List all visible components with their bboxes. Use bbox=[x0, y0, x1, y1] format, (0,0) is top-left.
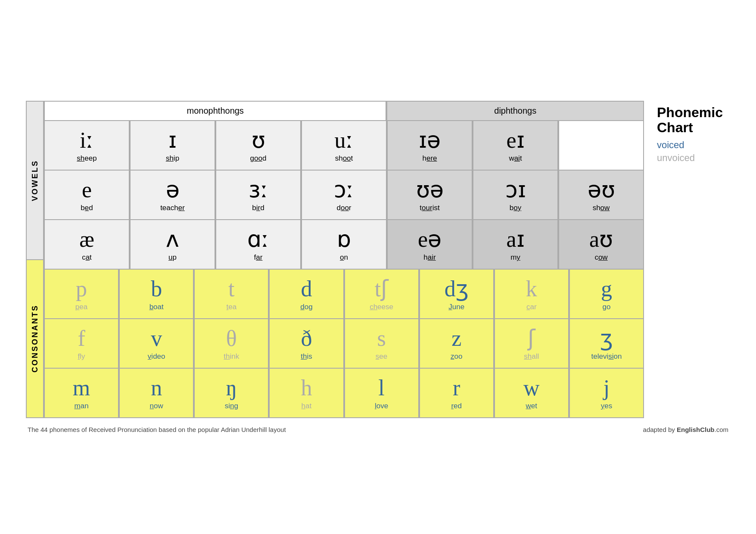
consonant-cell-0-2: ttea bbox=[194, 270, 269, 319]
vowel-cell-2-6: aʊcow bbox=[558, 220, 644, 270]
phoneme-symbol: tʃ bbox=[375, 276, 388, 301]
consonant-cell-2-6: wwet bbox=[494, 369, 569, 418]
consonant-row-1: fflyvvideoθthinkðthissseezzooʃshallʒtele… bbox=[44, 319, 644, 369]
phoneme-word: sheep bbox=[77, 154, 96, 163]
phoneme-symbol: ɔː bbox=[334, 177, 354, 202]
phoneme-symbol: ɜː bbox=[249, 177, 268, 202]
vowel-cell-2-5: aɪmy bbox=[473, 220, 558, 270]
phoneme-word: now bbox=[150, 402, 163, 410]
phoneme-word: wait bbox=[509, 154, 522, 163]
phoneme-word: bird bbox=[252, 204, 264, 212]
side-labels: VOWELS CONSONANTS bbox=[26, 101, 44, 418]
vowel-cell-1-5: ɔɪboy bbox=[473, 171, 558, 220]
phoneme-word: bed bbox=[81, 204, 93, 212]
vowel-cell-2-1: ʌup bbox=[130, 220, 215, 270]
footer-note: The 44 phonemes of Received Pronunciatio… bbox=[28, 426, 286, 433]
phoneme-symbol: ə bbox=[166, 177, 180, 202]
phoneme-symbol: əʊ bbox=[588, 177, 615, 202]
phoneme-symbol: t bbox=[228, 276, 234, 301]
phoneme-word: cow bbox=[594, 253, 607, 262]
phoneme-symbol: iː bbox=[80, 128, 93, 152]
phoneme-symbol: θ bbox=[226, 326, 237, 351]
consonant-cell-0-1: bboat bbox=[119, 270, 194, 319]
phoneme-symbol: ɪə bbox=[419, 128, 441, 152]
phoneme-symbol: ʌ bbox=[166, 227, 179, 251]
phoneme-symbol: l bbox=[378, 376, 384, 400]
consonant-cell-2-5: rred bbox=[419, 369, 494, 418]
phoneme-symbol: ɑː bbox=[247, 227, 269, 251]
consonants-label: CONSONANTS bbox=[26, 260, 44, 419]
chart-wrapper: VOWELS CONSONANTS monophthongs diphthong… bbox=[26, 101, 644, 418]
phoneme-word: teacher bbox=[160, 204, 185, 212]
phoneme-symbol: eɪ bbox=[506, 128, 524, 152]
legend-panel: Phonemic Chart voiced unvoiced bbox=[644, 101, 730, 164]
phoneme-word: video bbox=[148, 352, 165, 361]
chart-title: Phonemic Chart bbox=[657, 105, 723, 135]
vowel-cell-0-1: ɪship bbox=[130, 121, 215, 171]
phoneme-word: June bbox=[448, 303, 464, 311]
phoneme-word: boat bbox=[149, 303, 164, 311]
vowel-rows: iːsheepɪshipʊgooduːshootɪəhereeɪwaitebed… bbox=[44, 121, 644, 270]
phoneme-symbol: j bbox=[604, 376, 610, 400]
legend-voiced: voiced bbox=[657, 140, 684, 151]
vowel-cell-0-4: ɪəhere bbox=[387, 121, 473, 171]
phoneme-symbol: æ bbox=[79, 227, 94, 251]
vowel-cell-2-3: ɒon bbox=[301, 220, 387, 270]
consonant-cell-1-0: ffly bbox=[44, 319, 119, 369]
header-row: monophthongs diphthongs bbox=[44, 101, 644, 121]
phoneme-word: my bbox=[510, 253, 520, 262]
consonant-cell-1-7: ʒtelevision bbox=[569, 319, 644, 369]
phoneme-symbol: aʊ bbox=[589, 227, 613, 251]
vowel-cell-1-0: ebed bbox=[44, 171, 130, 220]
phoneme-symbol: aɪ bbox=[506, 227, 524, 251]
phoneme-word: this bbox=[301, 352, 312, 361]
phoneme-symbol: ʊə bbox=[416, 177, 444, 202]
vowel-row-1: ebedəteacherɜːbirdɔːdoorʊətouristɔɪboyəʊ… bbox=[44, 171, 644, 220]
phoneme-symbol: s bbox=[377, 326, 386, 351]
phoneme-word: ship bbox=[166, 154, 179, 163]
phoneme-word: cat bbox=[82, 253, 92, 262]
phoneme-symbol: b bbox=[151, 276, 162, 301]
phoneme-symbol: ɔɪ bbox=[505, 177, 526, 202]
vowel-cell-2-2: ɑːfar bbox=[215, 220, 301, 270]
consonant-cell-0-7: ggo bbox=[569, 270, 644, 319]
phoneme-symbol: r bbox=[453, 376, 460, 400]
consonant-cell-2-1: nnow bbox=[119, 369, 194, 418]
phoneme-word: pea bbox=[75, 303, 87, 311]
phoneme-symbol: uː bbox=[335, 128, 354, 152]
phoneme-word: dog bbox=[300, 303, 312, 311]
phoneme-word: think bbox=[224, 352, 239, 361]
phoneme-symbol: eə bbox=[418, 227, 442, 251]
phoneme-symbol: ʒ bbox=[600, 326, 613, 351]
phoneme-word: here bbox=[422, 154, 437, 163]
phoneme-symbol: z bbox=[451, 326, 461, 351]
grid-container: monophthongs diphthongs iːsheepɪshipʊgoo… bbox=[44, 101, 644, 418]
phoneme-word: good bbox=[250, 154, 267, 163]
consonant-cell-0-6: kcar bbox=[494, 270, 569, 319]
phoneme-symbol: dʒ bbox=[445, 276, 469, 301]
consonant-cell-0-0: ppea bbox=[44, 270, 119, 319]
phoneme-symbol: e bbox=[82, 177, 92, 202]
footer: The 44 phonemes of Received Pronunciatio… bbox=[26, 426, 730, 433]
consonant-cell-0-5: dʒJune bbox=[419, 270, 494, 319]
phoneme-word: boy bbox=[510, 204, 521, 212]
phoneme-word: see bbox=[376, 352, 387, 361]
vowel-cell-1-4: ʊətourist bbox=[387, 171, 473, 220]
phoneme-word: hat bbox=[302, 402, 312, 410]
phoneme-symbol: ɒ bbox=[337, 227, 351, 251]
phoneme-word: tourist bbox=[420, 204, 439, 212]
phoneme-word: yes bbox=[601, 402, 612, 410]
phoneme-word: sing bbox=[225, 402, 238, 410]
vowel-row-2: æcatʌupɑːfarɒoneəhairaɪmyaʊcow bbox=[44, 220, 644, 270]
phoneme-word: tea bbox=[226, 303, 236, 311]
phoneme-symbol: k bbox=[526, 276, 537, 301]
consonant-cell-1-3: ðthis bbox=[269, 319, 344, 369]
legend-unvoiced: unvoiced bbox=[657, 152, 695, 164]
header-monophthongs: monophthongs bbox=[44, 101, 386, 121]
phoneme-symbol: n bbox=[151, 376, 162, 400]
vowel-cell-0-0: iːsheep bbox=[44, 121, 130, 171]
footer-credit: adapted by EnglishClub.com bbox=[643, 426, 728, 433]
phoneme-symbol: ð bbox=[301, 326, 312, 351]
phoneme-word: television bbox=[591, 352, 622, 361]
consonant-cell-2-2: ŋsing bbox=[194, 369, 269, 418]
